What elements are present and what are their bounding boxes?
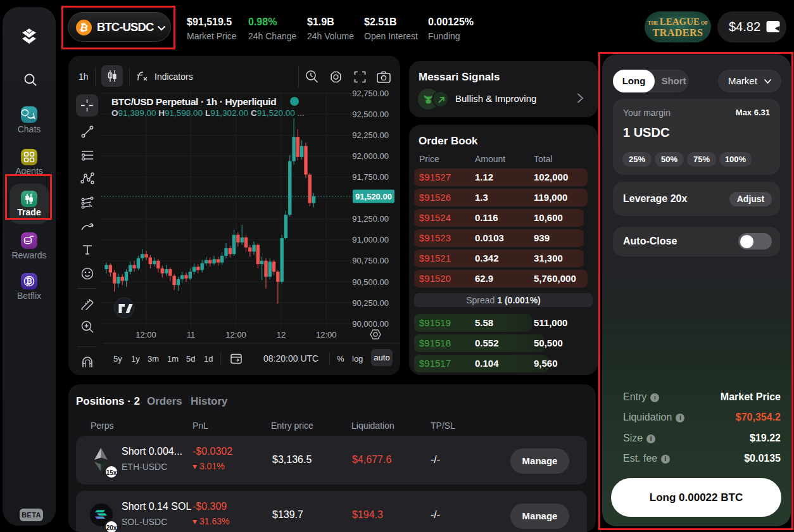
svg-text:12:00: 12:00 bbox=[135, 330, 156, 339]
svg-text:91,520.00: 91,520.00 bbox=[355, 192, 392, 201]
svg-text:90,000.00: 90,000.00 bbox=[352, 319, 389, 329]
svg-text:90,250.00: 90,250.00 bbox=[352, 298, 389, 308]
svg-text:12:00: 12:00 bbox=[316, 330, 337, 339]
svg-text:90,500.00: 90,500.00 bbox=[352, 277, 389, 287]
svg-text:91,250.00: 91,250.00 bbox=[352, 214, 389, 224]
svg-text:₿: ₿ bbox=[26, 277, 32, 286]
svg-text:12:00: 12:00 bbox=[225, 330, 246, 339]
svg-text:92,500.00: 92,500.00 bbox=[352, 110, 389, 119]
svg-text:91,750.00: 91,750.00 bbox=[352, 172, 389, 182]
svg-text:11: 11 bbox=[187, 330, 196, 339]
svg-text:90,750.00: 90,750.00 bbox=[352, 256, 389, 265]
svg-text:92,750.00: 92,750.00 bbox=[352, 89, 389, 98]
svg-text:92,250.00: 92,250.00 bbox=[352, 130, 389, 140]
svg-text:92,000.00: 92,000.00 bbox=[352, 151, 389, 161]
svg-text:91,000.00: 91,000.00 bbox=[352, 235, 389, 244]
svg-text:12: 12 bbox=[277, 330, 286, 339]
